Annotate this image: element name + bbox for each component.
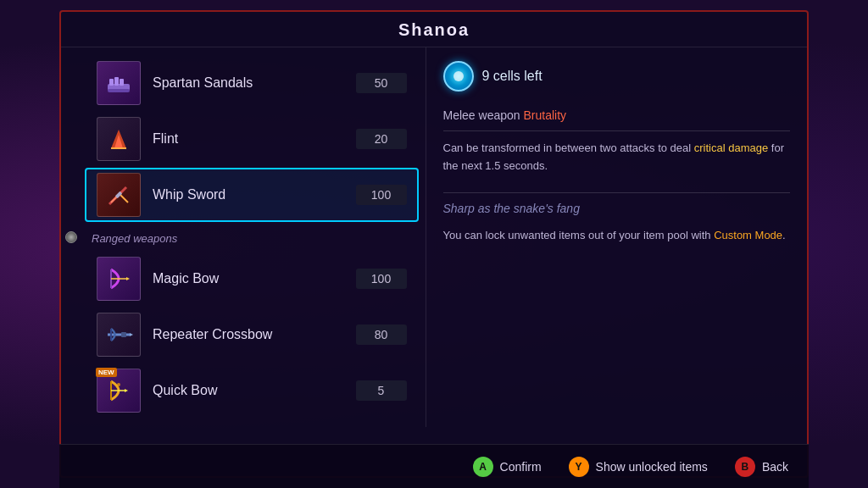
back-action[interactable]: B Back bbox=[735, 457, 788, 477]
tip-text: You can lock unwanted items out of your … bbox=[443, 227, 791, 245]
svg-rect-3 bbox=[120, 79, 124, 86]
svg-marker-21 bbox=[125, 389, 128, 392]
item-value-whip-sword: 100 bbox=[356, 185, 407, 205]
item-icon-repeater-crossbow bbox=[97, 313, 141, 357]
weapon-type-color: Brutality bbox=[523, 108, 566, 122]
weapon-type-line: Melee weapon Brutality bbox=[443, 108, 791, 122]
svg-rect-2 bbox=[114, 77, 119, 86]
item-icon-spartan-sandals bbox=[97, 61, 141, 105]
svg-rect-17 bbox=[121, 332, 126, 337]
svg-marker-14 bbox=[126, 277, 130, 280]
list-item[interactable]: Flint 20 bbox=[85, 112, 419, 166]
item-icon-quick-bow: NEW bbox=[97, 369, 141, 413]
info-panel: 9 cells left Melee weapon Brutality Can … bbox=[426, 47, 808, 427]
item-name-quick-bow: Quick Bow bbox=[153, 383, 356, 398]
weapon-type-label: Melee weapon bbox=[443, 108, 520, 122]
section-label-ranged: Ranged weapons bbox=[78, 224, 426, 250]
list-item[interactable]: Magic Bow 100 bbox=[85, 252, 419, 306]
panel-title: Shanoa bbox=[61, 12, 807, 47]
item-name-flint: Flint bbox=[153, 131, 356, 147]
svg-line-10 bbox=[120, 194, 128, 202]
back-label: Back bbox=[762, 460, 788, 474]
item-value-spartan-sandals: 50 bbox=[356, 73, 407, 93]
scroll-indicator bbox=[61, 47, 78, 427]
confirm-label: Confirm bbox=[500, 460, 542, 474]
divider-1 bbox=[443, 130, 791, 131]
svg-rect-1 bbox=[109, 79, 114, 86]
item-name-magic-bow: Magic Bow bbox=[153, 271, 356, 286]
critical-damage-text: critical damage bbox=[694, 141, 768, 154]
confirm-button-badge: A bbox=[473, 457, 493, 477]
list-item[interactable]: NEW Quick Bow 5 bbox=[85, 363, 419, 418]
scroll-dot bbox=[65, 231, 77, 243]
back-button-badge: B bbox=[735, 457, 755, 477]
item-list: Spartan Sandals 50 Flint 20 bbox=[78, 47, 426, 427]
item-icon-magic-bow bbox=[97, 257, 141, 301]
new-badge: NEW bbox=[96, 368, 117, 377]
show-unlocked-action[interactable]: Y Show unlocked items bbox=[569, 457, 708, 477]
svg-point-22 bbox=[117, 383, 120, 386]
content-area: Spartan Sandals 50 Flint 20 bbox=[61, 47, 807, 427]
section-label-text: Ranged weapons bbox=[92, 232, 177, 245]
item-value-magic-bow: 100 bbox=[356, 269, 407, 289]
divider-2 bbox=[443, 192, 791, 193]
svg-marker-18 bbox=[130, 333, 133, 336]
cells-label: cells left bbox=[493, 69, 542, 83]
list-item[interactable]: Repeater Crossbow 80 bbox=[85, 308, 419, 362]
svg-rect-4 bbox=[108, 89, 130, 92]
item-value-repeater-crossbow: 80 bbox=[356, 324, 407, 345]
item-value-quick-bow: 5 bbox=[356, 380, 407, 401]
cells-count-text: 9 cells left bbox=[482, 69, 542, 84]
item-value-flint: 20 bbox=[356, 129, 407, 149]
list-item-selected[interactable]: Whip Sword 100 bbox=[85, 168, 419, 222]
show-unlocked-label: Show unlocked items bbox=[596, 460, 708, 474]
flavor-text: Sharp as the snake's fang bbox=[443, 202, 791, 215]
cells-count: 9 bbox=[482, 69, 490, 83]
bottom-bar: A Confirm Y Show unlocked items B Back bbox=[59, 444, 809, 488]
item-icon-flint bbox=[97, 117, 141, 161]
item-description: Can be transformed in between two attack… bbox=[443, 140, 791, 175]
item-name-spartan-sandals: Spartan Sandals bbox=[153, 75, 356, 91]
confirm-action[interactable]: A Confirm bbox=[473, 457, 542, 477]
main-panel: Shanoa Spartan Sandals bbox=[59, 10, 809, 478]
cell-icon bbox=[443, 61, 474, 92]
item-icon-whip-sword bbox=[97, 173, 141, 217]
item-name-repeater-crossbow: Repeater Crossbow bbox=[153, 327, 356, 342]
cells-info: 9 cells left bbox=[443, 61, 791, 92]
custom-mode-link[interactable]: Custom Mode bbox=[714, 229, 782, 241]
show-unlocked-badge: Y bbox=[569, 457, 589, 477]
list-item[interactable]: Spartan Sandals 50 bbox=[85, 56, 419, 110]
character-name: Shanoa bbox=[398, 20, 470, 39]
item-name-whip-sword: Whip Sword bbox=[153, 187, 356, 202]
